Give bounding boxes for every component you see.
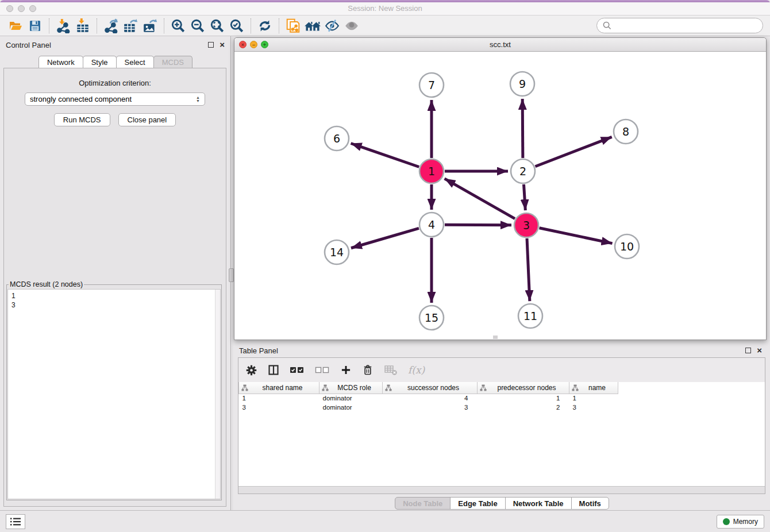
tab-node-table[interactable]: Node Table	[395, 497, 451, 510]
mcds-result-text[interactable]: 13	[7, 289, 221, 499]
import-table-icon	[75, 18, 90, 33]
table-panel: Table Panel ×	[233, 342, 770, 510]
save-session-button[interactable]	[25, 17, 45, 34]
svg-text:7: 7	[428, 79, 435, 91]
zoom-in-button[interactable]	[168, 17, 188, 34]
memory-button[interactable]: Memory	[717, 515, 764, 529]
close-panel-button[interactable]: Close panel	[118, 113, 176, 126]
network-canvas[interactable]: 7968124314101511	[234, 52, 766, 340]
optimization-label: Optimization criterion:	[4, 79, 226, 87]
table-settings-button[interactable]	[245, 364, 257, 376]
column-header-MCDS-role[interactable]: MCDS role	[319, 382, 383, 394]
column-header-successor-nodes[interactable]: successor nodes	[383, 382, 478, 394]
select-stepper-icon: ▲▼	[196, 96, 200, 103]
graph-node-15[interactable]: 15	[419, 306, 444, 330]
zoom-out-button[interactable]	[188, 17, 207, 34]
tab-mcds[interactable]: MCDS	[153, 56, 192, 68]
add-column-button[interactable]	[340, 364, 352, 376]
graph-edge-1-6[interactable]	[351, 143, 419, 167]
column-header-shared-name[interactable]: shared name	[239, 382, 319, 394]
svg-text:9: 9	[519, 78, 526, 90]
graph-edge-3-11[interactable]	[527, 238, 530, 301]
mcds-result-title: MCDS result (2 nodes)	[9, 280, 84, 288]
column-header-predecessor-nodes[interactable]: predecessor nodes	[478, 382, 569, 394]
table-box: f(x) shared nameMCDS rolesuccessor nodes…	[238, 357, 765, 494]
column-header-name[interactable]: name	[569, 382, 618, 394]
graph-node-11[interactable]: 11	[518, 304, 542, 328]
graph-node-8[interactable]: 8	[614, 119, 638, 144]
graph-node-6[interactable]: 6	[325, 126, 349, 151]
show-column-button[interactable]	[268, 364, 279, 376]
control-panel: Control Panel × NetworkStyleSelectMCDS O…	[0, 36, 230, 510]
graph-node-4[interactable]: 4	[419, 213, 444, 237]
search-box	[596, 18, 763, 33]
tab-network[interactable]: Network	[38, 56, 83, 68]
graph-edge-2-3[interactable]	[523, 184, 525, 210]
duplicate-network-button[interactable]	[283, 17, 303, 34]
graph-node-9[interactable]: 9	[510, 72, 534, 96]
control-panel-title: Control Panel	[6, 41, 208, 49]
delete-column-button[interactable]	[362, 364, 374, 376]
search-input[interactable]	[615, 21, 757, 30]
select-all-button[interactable]	[290, 365, 305, 375]
criterion-select[interactable]: strongly connected component ▲▼	[25, 92, 205, 106]
graph-node-14[interactable]: 14	[325, 240, 349, 264]
graph-node-2[interactable]: 2	[511, 159, 535, 183]
table-float-icon[interactable]	[745, 348, 751, 353]
mcds-result-box: MCDS result (2 nodes) 13	[6, 280, 222, 500]
function-builder-button[interactable]: f(x)	[408, 364, 425, 376]
table-row[interactable]: 1dominator411	[239, 394, 618, 403]
graph-node-7[interactable]: 7	[419, 73, 444, 97]
float-panel-icon[interactable]	[208, 42, 214, 48]
table-toolbar: f(x)	[238, 358, 765, 382]
graph-edge-2-8[interactable]	[535, 137, 611, 166]
hide-graphics-details-button[interactable]	[322, 17, 342, 34]
zoom-selected-icon	[229, 18, 244, 33]
graph-node-3[interactable]: 3	[514, 213, 538, 237]
zoom-out-icon	[190, 18, 205, 33]
run-mcds-button[interactable]: Run MCDS	[54, 113, 110, 126]
import-table-button[interactable]	[73, 17, 93, 34]
canvas-splitter-grip[interactable]	[493, 336, 498, 339]
list-icon	[10, 517, 21, 526]
import-network-button[interactable]	[53, 17, 73, 34]
zoom-selected-button[interactable]	[227, 17, 247, 34]
graph-node-1[interactable]: 1	[419, 159, 444, 183]
refresh-layout-button[interactable]	[255, 17, 275, 34]
tab-select[interactable]: Select	[116, 56, 154, 68]
tab-style[interactable]: Style	[83, 56, 117, 68]
deselect-all-button[interactable]	[315, 365, 330, 375]
table-cell: 1	[569, 394, 618, 403]
refresh-icon	[257, 18, 272, 33]
trash-icon	[362, 364, 374, 376]
table-close-icon[interactable]: ×	[757, 348, 762, 353]
graph-edge-3-1[interactable]	[445, 179, 515, 219]
task-history-button[interactable]	[6, 514, 25, 529]
open-session-button[interactable]	[6, 17, 25, 34]
show-graphics-details-button[interactable]	[342, 17, 361, 34]
toolbar-separator	[49, 18, 49, 33]
result-scrollbar[interactable]	[215, 290, 220, 499]
tab-edge-table[interactable]: Edge Table	[450, 497, 505, 510]
graph-edge-4-14[interactable]	[351, 228, 419, 248]
graph-node-10[interactable]: 10	[615, 234, 639, 259]
table-row[interactable]: 3dominator323	[239, 403, 618, 412]
zoom-fit-button[interactable]	[207, 17, 227, 34]
graph-edge-2-9[interactable]	[522, 99, 523, 158]
export-network-button[interactable]	[101, 17, 121, 34]
open-folder-icon	[8, 19, 23, 33]
zoom-in-icon	[171, 18, 186, 33]
save-icon	[28, 19, 42, 33]
tab-motifs[interactable]: Motifs	[571, 497, 609, 510]
close-panel-icon[interactable]: ×	[220, 42, 225, 48]
network-window-title: scc.txt	[234, 40, 766, 49]
delete-table-button[interactable]	[384, 364, 398, 376]
svg-text:15: 15	[425, 311, 438, 324]
export-image-button[interactable]	[140, 17, 160, 34]
graph-edge-3-10[interactable]	[540, 228, 613, 244]
memory-status-icon	[723, 518, 730, 525]
tab-network-table[interactable]: Network Table	[505, 497, 572, 510]
first-neighbors-button[interactable]	[303, 17, 322, 34]
export-table-button[interactable]	[121, 17, 140, 34]
graph-edge-4-3[interactable]	[445, 225, 511, 225]
